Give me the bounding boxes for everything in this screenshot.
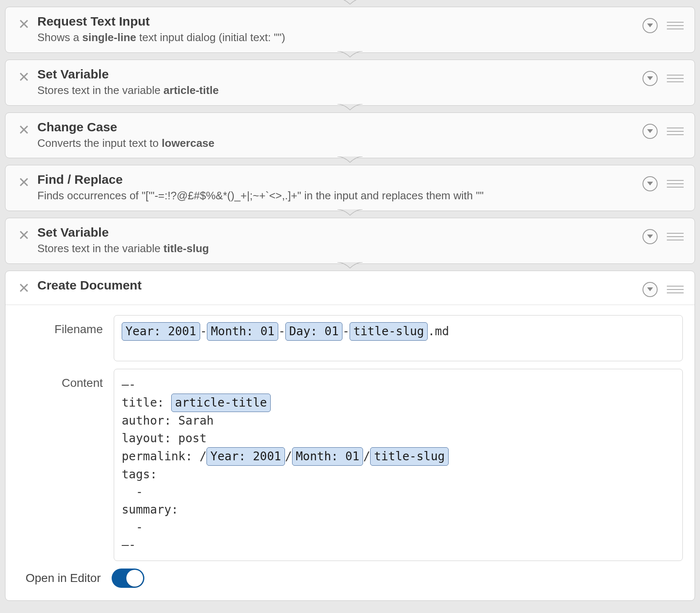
drag-handle-icon[interactable] — [667, 180, 684, 188]
expand-button[interactable] — [643, 71, 658, 86]
content-row: Content —- title: article-title author: … — [17, 369, 683, 561]
token-month[interactable]: Month: 01 — [207, 322, 278, 341]
step-find-replace[interactable]: Find / Replace Finds occurrences of "['"… — [5, 165, 695, 211]
open-in-editor-label: Open in Editor — [26, 571, 101, 585]
step-titles: Set Variable Stores text in the variable… — [31, 67, 643, 98]
step-body: Filename Year: 2001-Month: 01-Day: 01-ti… — [5, 305, 695, 600]
expand-button[interactable] — [643, 18, 658, 33]
drag-handle-icon[interactable] — [667, 22, 684, 29]
expand-button[interactable] — [643, 176, 658, 191]
step-titles: Request Text Input Shows a single-line t… — [31, 14, 643, 45]
content-label: Content — [17, 369, 114, 390]
content-input[interactable]: —- title: article-title author: Sarah la… — [114, 369, 683, 561]
token-month[interactable]: Month: 01 — [292, 447, 363, 466]
svg-marker-8 — [647, 129, 653, 133]
token-day[interactable]: Day: 01 — [285, 322, 342, 341]
close-icon[interactable] — [16, 280, 31, 295]
step-create-document[interactable]: Create Document Filename Year: 2001-Mont… — [5, 271, 695, 601]
step-subtitle: Shows a single-line text input dialog (i… — [37, 31, 643, 45]
connector — [0, 0, 700, 8]
drag-handle-icon[interactable] — [667, 233, 684, 240]
workflow-list: Request Text Input Shows a single-line t… — [0, 0, 700, 601]
expand-button[interactable] — [643, 229, 658, 244]
step-title: Set Variable — [37, 67, 643, 82]
open-in-editor-row: Open in Editor — [17, 569, 683, 588]
token-title-slug[interactable]: title-slug — [370, 447, 449, 466]
close-icon[interactable] — [16, 69, 31, 84]
connector — [0, 157, 700, 167]
step-titles: Change Case Converts the input text to l… — [31, 120, 643, 151]
close-icon[interactable] — [16, 227, 31, 243]
step-subtitle: Stores text in the variable title-slug — [37, 242, 643, 256]
collapse-button[interactable] — [643, 282, 658, 297]
connector — [0, 104, 700, 114]
token-year[interactable]: Year: 2001 — [206, 447, 285, 466]
drag-handle-icon[interactable] — [667, 128, 684, 135]
step-request-text-input[interactable]: Request Text Input Shows a single-line t… — [5, 7, 695, 53]
svg-marker-11 — [647, 182, 653, 185]
connector — [0, 51, 700, 61]
step-set-variable-1[interactable]: Set Variable Stores text in the variable… — [5, 60, 695, 106]
connector — [0, 209, 700, 219]
drag-handle-icon[interactable] — [667, 286, 684, 293]
svg-marker-17 — [647, 287, 653, 291]
open-in-editor-toggle[interactable] — [112, 569, 144, 588]
svg-marker-5 — [647, 76, 653, 80]
close-icon[interactable] — [16, 175, 31, 190]
step-title: Set Variable — [37, 225, 643, 240]
step-change-case[interactable]: Change Case Converts the input text to l… — [5, 112, 695, 159]
step-subtitle: Stores text in the variable article-titl… — [37, 83, 643, 98]
step-subtitle: Finds occurrences of "['"-=:!?@£#$%&*()_… — [37, 189, 643, 203]
step-set-variable-2[interactable]: Set Variable Stores text in the variable… — [5, 218, 695, 264]
step-title: Find / Replace — [37, 172, 643, 187]
step-titles: Set Variable Stores text in the variable… — [31, 225, 643, 256]
svg-marker-14 — [647, 235, 653, 238]
step-subtitle: Converts the input text to lowercase — [37, 136, 643, 151]
step-title: Change Case — [37, 120, 643, 135]
close-icon[interactable] — [16, 122, 31, 137]
token-title-slug[interactable]: title-slug — [350, 322, 428, 341]
token-article-title[interactable]: article-title — [171, 394, 271, 412]
step-titles: Find / Replace Finds occurrences of "['"… — [31, 172, 643, 203]
drag-handle-icon[interactable] — [667, 75, 684, 82]
step-title: Request Text Input — [37, 14, 643, 29]
svg-marker-2 — [647, 23, 653, 27]
close-icon[interactable] — [16, 16, 31, 31]
connector — [0, 262, 700, 272]
filename-row: Filename Year: 2001-Month: 01-Day: 01-ti… — [17, 315, 683, 361]
expand-button[interactable] — [643, 124, 658, 139]
toggle-knob — [126, 570, 143, 587]
token-year[interactable]: Year: 2001 — [122, 322, 200, 341]
filename-input[interactable]: Year: 2001-Month: 01-Day: 01-title-slug.… — [114, 315, 683, 361]
step-title: Create Document — [37, 278, 643, 293]
step-titles: Create Document — [31, 278, 643, 293]
filename-label: Filename — [17, 315, 114, 336]
